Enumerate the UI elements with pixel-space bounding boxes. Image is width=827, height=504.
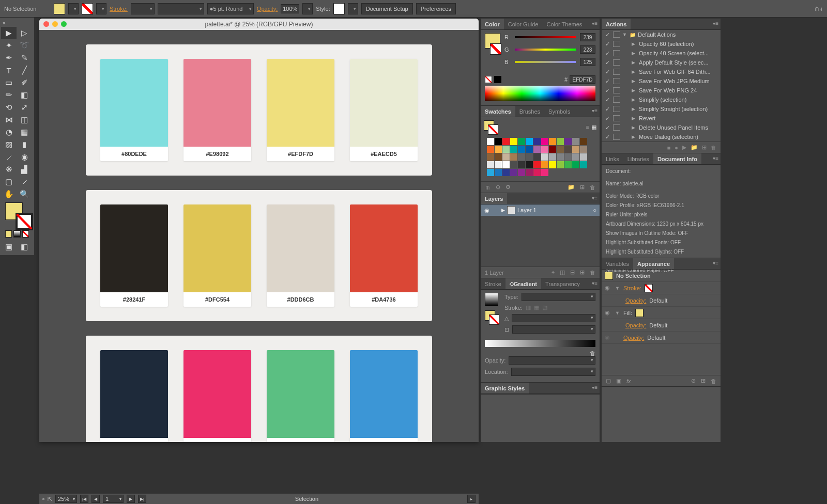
preferences-button[interactable]: Preferences bbox=[416, 3, 456, 14]
fill-dropdown[interactable] bbox=[68, 3, 79, 14]
swatch-cell[interactable] bbox=[572, 153, 579, 161]
swatch-cell[interactable] bbox=[549, 138, 556, 145]
opacity-input[interactable] bbox=[281, 4, 299, 13]
fill-value-swatch[interactable] bbox=[635, 309, 644, 317]
swatch-cell[interactable] bbox=[510, 138, 517, 145]
last-artboard-button[interactable]: ▶| bbox=[138, 495, 146, 503]
paintbrush-tool[interactable]: ✐ bbox=[17, 76, 32, 89]
swatch-cell[interactable] bbox=[572, 161, 579, 168]
screen-mode-2-icon[interactable]: ◧ bbox=[17, 241, 32, 253]
swatch-cell[interactable] bbox=[580, 161, 587, 168]
action-row[interactable]: ✓▶Opacity 40 Screen (select... bbox=[602, 49, 721, 58]
swatch-stroke-preview[interactable] bbox=[488, 124, 498, 135]
swatch-cell[interactable] bbox=[518, 138, 525, 145]
opacity-dropdown[interactable] bbox=[302, 3, 313, 14]
stop-icon[interactable]: ■ bbox=[667, 145, 671, 151]
artboard[interactable]: #80DEDE#E98092#EFDF7D#EAECD5 bbox=[86, 44, 432, 176]
tab-color[interactable]: Color bbox=[481, 19, 504, 29]
swatch-cell[interactable] bbox=[557, 153, 564, 161]
swatch-cell[interactable] bbox=[502, 169, 510, 176]
swatch-cell[interactable] bbox=[533, 146, 541, 153]
swatch-card[interactable]: #EAECD5 bbox=[350, 59, 418, 161]
align-icon[interactable]: ⫛⫞ bbox=[814, 6, 823, 12]
swatch-cell[interactable] bbox=[526, 153, 533, 161]
stroke-align-2-icon[interactable]: ▦ bbox=[534, 304, 539, 311]
angle-dropdown[interactable] bbox=[512, 314, 595, 322]
new-layer-icon[interactable]: ⊞ bbox=[580, 269, 585, 276]
swatch-cell[interactable] bbox=[526, 146, 533, 153]
lasso-tool[interactable]: ➰ bbox=[17, 39, 32, 52]
swatch-card[interactable]: #3C96D6 bbox=[350, 350, 418, 442]
width-tool[interactable]: ⋈ bbox=[1, 114, 17, 126]
swatch-cell[interactable] bbox=[502, 146, 510, 153]
channel-value[interactable] bbox=[580, 33, 595, 41]
artboard[interactable]: #28241F#DFC554#DDD6CB#DA4736 bbox=[86, 190, 432, 321]
brush-dropdown[interactable]: ● 5 pt. Round bbox=[207, 3, 254, 14]
swatch-cell[interactable] bbox=[510, 169, 517, 176]
free-transform-tool[interactable]: ◫ bbox=[17, 114, 32, 126]
swatch-card[interactable]: #DA4736 bbox=[350, 204, 418, 307]
stop-opacity-dropdown[interactable] bbox=[509, 356, 595, 365]
target-icon[interactable]: ○ bbox=[593, 207, 596, 213]
swatch-cell[interactable] bbox=[557, 138, 564, 145]
swatch-cell[interactable] bbox=[557, 146, 564, 153]
appearance-opacity-row[interactable]: ◉ Opacity: Default bbox=[602, 332, 721, 344]
screen-mode-icon[interactable]: ▣ bbox=[1, 241, 17, 253]
blend-tool[interactable]: ◉ bbox=[17, 151, 32, 163]
swatch-cell[interactable] bbox=[487, 153, 494, 161]
swatch-cell[interactable] bbox=[541, 161, 548, 168]
fill-swatch[interactable] bbox=[54, 3, 65, 14]
swatch-cell[interactable] bbox=[487, 169, 494, 176]
delete-swatch-icon[interactable]: 🗑 bbox=[590, 184, 595, 191]
stroke-value-swatch[interactable] bbox=[645, 284, 653, 292]
color-mode-swatches[interactable] bbox=[5, 230, 29, 238]
add-stroke-icon[interactable]: ▣ bbox=[616, 377, 621, 384]
rectangle-tool[interactable]: ▭ bbox=[1, 76, 17, 89]
tab-color-guide[interactable]: Color Guide bbox=[504, 19, 543, 29]
stop-location-dropdown[interactable] bbox=[511, 368, 595, 376]
swatch-cell[interactable] bbox=[518, 153, 525, 161]
tab-symbols[interactable]: Symbols bbox=[544, 106, 574, 117]
swatch-cell[interactable] bbox=[495, 146, 502, 153]
expand-arrow-icon[interactable]: ▶ bbox=[501, 208, 505, 213]
opacity-label[interactable]: Opacity: bbox=[257, 6, 278, 12]
swatch-cell[interactable] bbox=[533, 161, 541, 168]
prev-artboard-button[interactable]: ◀ bbox=[91, 495, 100, 503]
line-tool[interactable]: ╱ bbox=[17, 64, 32, 76]
tab-swatches[interactable]: Swatches bbox=[481, 106, 515, 117]
action-set-row[interactable]: ✓ ▼ 📁 Default Actions bbox=[602, 30, 721, 39]
delete-layer-icon[interactable]: 🗑 bbox=[590, 270, 595, 276]
artboard-number[interactable]: 1 bbox=[103, 495, 124, 503]
new-action-icon[interactable]: ⊞ bbox=[702, 144, 707, 151]
curvature-tool[interactable]: ✎ bbox=[17, 52, 32, 64]
swatch-cell[interactable] bbox=[518, 169, 525, 176]
layer-name[interactable]: Layer 1 bbox=[517, 207, 537, 213]
scale-tool[interactable]: ⤢ bbox=[17, 101, 32, 114]
hand-tool[interactable]: ✋ bbox=[1, 188, 17, 200]
action-row[interactable]: ✓▶Opacity 60 (selection) bbox=[602, 39, 721, 49]
appearance-fill-row[interactable]: ◉▼ Fill: bbox=[602, 307, 721, 319]
tab-layers[interactable]: Layers bbox=[481, 193, 507, 204]
swatch-cell[interactable] bbox=[564, 146, 572, 153]
vsp-dropdown[interactable] bbox=[158, 3, 204, 14]
delete-action-icon[interactable]: 🗑 bbox=[711, 145, 716, 151]
swatch-cell[interactable] bbox=[502, 138, 510, 145]
swatch-cell[interactable] bbox=[564, 161, 572, 168]
swatch-cell[interactable] bbox=[526, 138, 533, 145]
swatch-cell[interactable] bbox=[580, 146, 587, 153]
swatch-cell[interactable] bbox=[541, 138, 548, 145]
swatch-cell[interactable] bbox=[549, 153, 556, 161]
swatch-kind-icon[interactable]: ⊙ bbox=[496, 184, 500, 191]
stroke-label[interactable]: Stroke: bbox=[110, 6, 128, 12]
black-swatch-icon[interactable] bbox=[494, 76, 501, 83]
action-row[interactable]: ✓▶Apply Default Style (selec... bbox=[602, 58, 721, 67]
symbol-sprayer-tool[interactable]: ❋ bbox=[1, 163, 17, 176]
swatch-card[interactable]: #DFC554 bbox=[183, 204, 251, 307]
clip-mask-icon[interactable]: ◫ bbox=[560, 269, 565, 276]
eyedropper-tool[interactable]: ⟋ bbox=[1, 151, 17, 163]
new-art-icon[interactable]: ▢ bbox=[606, 377, 611, 384]
pen-tool[interactable]: ✒ bbox=[1, 52, 17, 64]
swatch-cell[interactable] bbox=[495, 169, 502, 176]
new-group-icon[interactable]: 📁 bbox=[568, 184, 575, 191]
panel-menu-icon[interactable]: ▾≡ bbox=[592, 195, 598, 201]
